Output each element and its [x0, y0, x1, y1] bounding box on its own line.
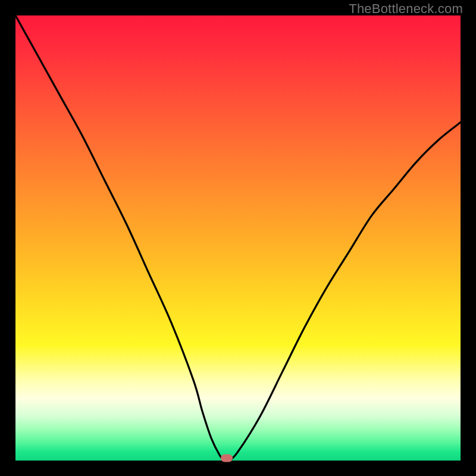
chart-plot-area — [15, 15, 461, 461]
bottleneck-curve — [15, 15, 461, 461]
chart-frame: TheBottleneck.com — [0, 0, 476, 476]
watermark-text: TheBottleneck.com — [349, 1, 463, 17]
minimum-marker — [221, 455, 233, 462]
